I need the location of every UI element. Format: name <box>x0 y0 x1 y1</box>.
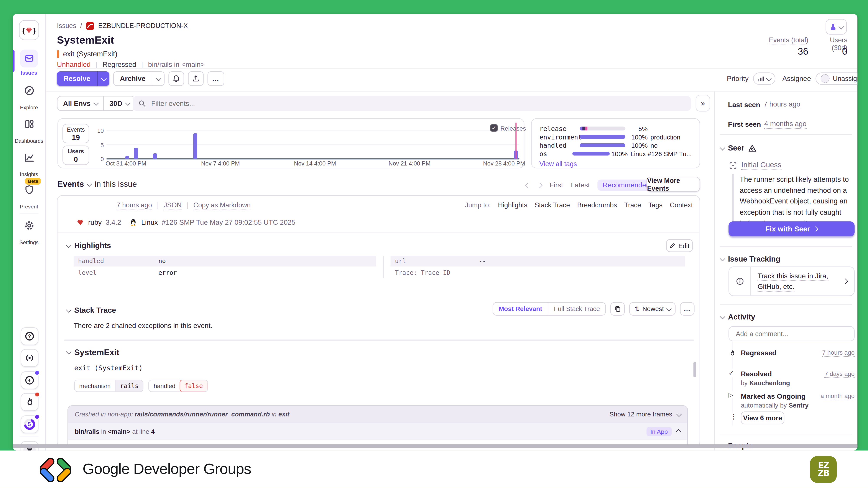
prev-event-icon[interactable] <box>525 183 531 188</box>
resolve-dropdown-button[interactable] <box>98 76 110 80</box>
highlight-value[interactable]: no <box>158 258 166 265</box>
date-range-dropdown[interactable]: 30D <box>104 100 135 107</box>
lab-features-button[interactable] <box>826 19 847 34</box>
more-actions-button[interactable]: … <box>208 71 224 86</box>
priority-dropdown[interactable] <box>753 72 776 85</box>
search-input[interactable] <box>150 99 645 108</box>
jump-link-tags[interactable]: Tags <box>648 201 662 209</box>
users-toggle[interactable]: Users 0 <box>62 145 89 165</box>
org-logo-button[interactable]: {} <box>19 20 39 40</box>
stat-users-value: 0 <box>814 46 847 57</box>
share-button[interactable] <box>188 71 204 86</box>
jump-link-trace[interactable]: Trace <box>624 201 641 209</box>
jump-link-breadcrumbs[interactable]: Breadcrumbs <box>577 201 617 209</box>
help-button[interactable]: ? <box>21 327 38 345</box>
priority-bars-icon <box>758 76 764 81</box>
comment-input[interactable] <box>735 329 848 338</box>
activity-time[interactable]: a month ago <box>820 393 855 400</box>
assignee-dropdown[interactable]: Unassigned <box>815 72 857 85</box>
stack-trace-heading[interactable]: Stack Trace <box>66 306 116 315</box>
exception-heading[interactable]: SystemExit <box>66 348 119 357</box>
onboarding-button[interactable] <box>21 393 38 411</box>
breadcrumb-separator: / <box>80 22 82 30</box>
trace-id-label[interactable]: Trace: Trace ID <box>395 269 450 276</box>
env-filter-dropdown[interactable]: All Envs <box>58 100 103 107</box>
event-time-link[interactable]: 7 hours ago <box>117 201 152 209</box>
tag-row-environment[interactable]: environment 100% production <box>539 133 692 141</box>
activity-heading[interactable]: Activity <box>720 313 755 321</box>
org-logo: {} <box>22 26 36 34</box>
events-dropdown[interactable]: Events <box>58 180 91 189</box>
collapsed-frames-row[interactable]: Crashed in non-app: rails/commands/runne… <box>68 406 687 423</box>
view-all-tags-link[interactable]: View all tags <box>539 160 692 168</box>
issue-tracking-heading[interactable]: Issue Tracking <box>720 255 780 263</box>
stack-more-button[interactable]: … <box>680 302 694 316</box>
fix-with-seer-button[interactable]: Fix with Seer <box>728 222 855 236</box>
search-bar[interactable] <box>133 96 691 111</box>
tag-bar <box>580 127 625 131</box>
view-more-events-button[interactable]: View More Events <box>646 177 700 192</box>
first-event-link[interactable]: First <box>550 181 563 189</box>
seer-heading[interactable]: Seer <box>720 144 757 152</box>
chevron-right-icon <box>843 279 848 284</box>
events-toggle[interactable]: Events 19 <box>62 124 89 143</box>
first-seen-value[interactable]: 4 months ago <box>764 120 807 129</box>
releases-legend[interactable]: ✓ Releases <box>490 124 526 131</box>
show-more-frames-link[interactable]: Show 12 more frames <box>609 411 672 418</box>
sort-newest-dropdown[interactable]: ⇅ Newest <box>629 302 676 316</box>
full-stack-trace-tab[interactable]: Full Stack Trace <box>548 305 606 312</box>
releases-checkbox[interactable]: ✓ <box>490 124 498 131</box>
tag-row-release[interactable]: release 5% <box>539 124 692 133</box>
issue-tracking-link[interactable]: Track this issue in Jira, GitHub, etc. <box>757 272 828 291</box>
copy-stack-button[interactable] <box>611 302 625 316</box>
sidebar-item-label: Insights <box>13 171 45 177</box>
next-event-icon[interactable] <box>537 183 542 188</box>
collapse-sidebar-button[interactable]: » <box>696 95 710 111</box>
highlight-value[interactable]: -- <box>479 258 486 265</box>
level-color-bar <box>57 50 59 58</box>
last-seen-value[interactable]: 7 hours ago <box>764 100 800 109</box>
archive-button[interactable]: Archive <box>114 75 152 83</box>
mechanism-chip[interactable]: mechanism rails <box>74 380 144 392</box>
jump-link-stacktrace[interactable]: Stack Trace <box>535 201 570 209</box>
frame-row[interactable]: bin/rails in <main> at line 4 In App <box>68 423 687 440</box>
last-seen-row: Last seen 7 hours ago <box>728 100 800 109</box>
latest-event-link[interactable]: Latest <box>571 181 590 189</box>
initial-guess-row[interactable]: Initial Guess <box>729 161 781 170</box>
sidebar-item-label: Prevent <box>13 203 45 209</box>
active-nav-indicator <box>13 50 14 72</box>
jump-link-context[interactable]: Context <box>670 201 693 209</box>
tag-row-handled[interactable]: handled 100% no <box>539 141 692 150</box>
jump-link-highlights[interactable]: Highlights <box>498 201 527 209</box>
broadcast-button[interactable] <box>21 349 38 367</box>
edit-highlights-button[interactable]: Edit <box>666 239 693 252</box>
priority-label: Priority <box>727 75 749 83</box>
copy-markdown-link[interactable]: Copy as Markdown <box>193 201 251 209</box>
pencil-icon <box>670 242 676 249</box>
panel-scrollbar-thumb[interactable] <box>693 362 696 378</box>
stat-events-label[interactable]: Events (total) <box>741 36 808 44</box>
highlights-heading[interactable]: Highlights <box>66 241 111 250</box>
activity-time[interactable]: 7 hours ago <box>822 349 855 357</box>
breadcrumb-project[interactable]: EZBUNDLE-PRODUCTION-X <box>98 22 188 30</box>
bell-icon <box>172 75 180 83</box>
tag-row-os[interactable]: os 100% Linux #126 SMP Tu... <box>539 150 692 158</box>
archive-dropdown-button[interactable] <box>152 76 164 80</box>
handled-chip[interactable]: handled false <box>149 380 208 392</box>
activity-time[interactable]: 7 days ago <box>825 370 855 378</box>
horizontal-scrollbar[interactable] <box>13 445 857 448</box>
beta-badge: Beta <box>25 178 41 185</box>
issue-tracking-card[interactable]: Track this issue in Jira, GitHub, etc. <box>728 266 855 296</box>
whats-new-button[interactable] <box>21 371 38 389</box>
subscribe-button[interactable] <box>168 71 184 86</box>
collapse-frame-icon[interactable] <box>676 429 681 434</box>
tag-bar <box>572 152 610 156</box>
highlight-value[interactable]: error <box>158 269 177 276</box>
view-more-activity-button[interactable]: View 6 more <box>741 412 784 424</box>
breadcrumb-issues-link[interactable]: Issues <box>57 22 76 30</box>
resolve-button[interactable]: Resolve <box>57 75 97 83</box>
progress-ring-button[interactable]: 5 <box>21 415 38 433</box>
most-relevant-tab[interactable]: Most Relevant <box>493 305 548 312</box>
tag-bar <box>580 143 625 147</box>
event-json-link[interactable]: JSON <box>164 201 182 209</box>
